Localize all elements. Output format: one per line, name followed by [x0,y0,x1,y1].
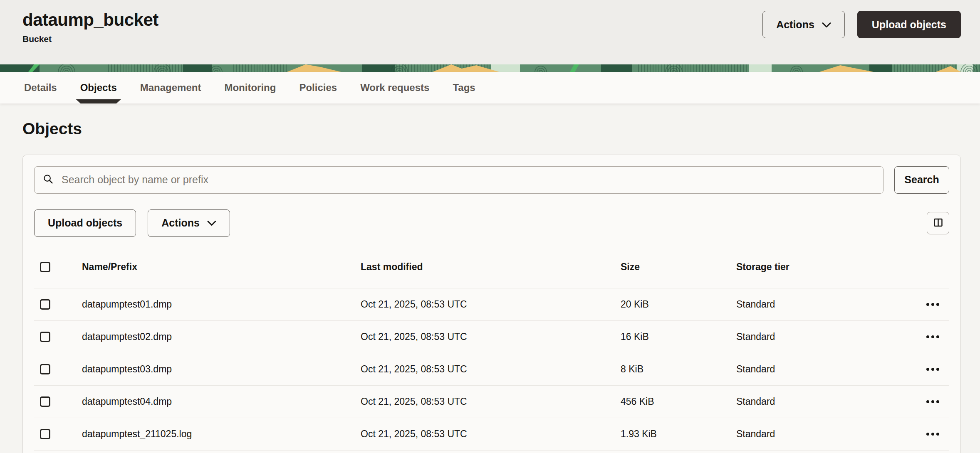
tab-label: Objects [80,82,117,94]
column-settings-button[interactable] [927,212,949,234]
search-input[interactable] [61,173,875,186]
row-checkbox-cell [34,364,82,374]
tab-work-requests[interactable]: Work requests [360,72,429,103]
table-row: datapumptest03.dmp Oct 21, 2025, 08:53 U… [34,353,949,386]
object-storage-tier: Standard [736,428,894,440]
table-row: datapumptest01.dmp Oct 21, 2025, 08:53 U… [34,288,949,321]
row-checkbox-cell [34,396,82,407]
tab-policies[interactable]: Policies [299,72,337,103]
tab-details[interactable]: Details [24,72,57,103]
tab-management[interactable]: Management [140,72,201,103]
select-all-checkbox[interactable] [40,262,50,272]
search-button[interactable]: Search [894,166,949,194]
chevron-down-icon [822,19,831,31]
table-header-row: Name/Prefix Last modified Size Storage t… [34,237,949,288]
header-upload-objects-button[interactable]: Upload objects [857,11,961,38]
tab-tags[interactable]: Tags [453,72,475,103]
tab-label: Tags [453,82,475,94]
row-checkbox-cell [34,332,82,342]
object-name: datapumptest03.dmp [82,364,361,375]
objects-section: Objects Search Upload objects Actions [0,120,980,453]
object-last-modified: Oct 21, 2025, 08:53 UTC [361,364,621,375]
object-storage-tier: Standard [736,299,894,310]
objects-card: Search Upload objects Actions [22,155,961,453]
search-box[interactable] [34,166,883,194]
column-header-size[interactable]: Size [621,261,736,273]
object-last-modified: Oct 21, 2025, 08:53 UTC [361,299,621,310]
header-actions: Actions Upload objects [762,11,961,38]
bucket-title-block: dataump_bucket Bucket [22,8,158,44]
row-actions-menu-button[interactable] [923,298,943,311]
column-header-last-modified[interactable]: Last modified [361,261,621,273]
header-actions-button-label: Actions [776,19,814,31]
toolbar-buttons: Upload objects Actions [34,209,230,237]
actions-button[interactable]: Actions [148,209,230,237]
object-name: datapumptest02.dmp [82,331,361,342]
page-subtitle: Bucket [22,34,158,44]
tab-label: Work requests [360,82,429,94]
object-size: 8 KiB [621,364,736,375]
object-name: datapumptest_211025.log [82,428,361,440]
row-actions-menu-button[interactable] [923,428,943,441]
search-row: Search [34,166,949,194]
row-checkbox[interactable] [40,396,50,407]
ellipsis-icon [926,433,929,436]
row-checkbox-cell [34,429,82,439]
magnifier-icon [42,173,54,187]
row-checkbox[interactable] [40,299,50,310]
tab-label: Details [24,82,57,94]
toolbar-row: Upload objects Actions [34,209,949,237]
objects-table: Name/Prefix Last modified Size Storage t… [34,237,949,451]
object-last-modified: Oct 21, 2025, 08:53 UTC [361,428,621,440]
tab-monitoring[interactable]: Monitoring [224,72,276,103]
object-name: datapumptest04.dmp [82,396,361,407]
column-layout-icon [933,217,944,229]
page-header: dataump_bucket Bucket Actions Upload obj… [0,0,980,64]
header-actions-button[interactable]: Actions [762,11,845,38]
row-menu-cell [923,428,949,441]
table-body: datapumptest01.dmp Oct 21, 2025, 08:53 U… [34,288,949,451]
table-row: datapumptest_211025.log Oct 21, 2025, 08… [34,418,949,451]
row-menu-cell [923,395,949,408]
ellipsis-icon [926,303,929,306]
row-menu-cell [923,298,949,311]
object-storage-tier: Standard [736,396,894,407]
ellipsis-icon [926,335,929,338]
object-last-modified: Oct 21, 2025, 08:53 UTC [361,396,621,407]
table-header-checkbox-cell [34,262,82,272]
table-row: datapumptest04.dmp Oct 21, 2025, 08:53 U… [34,386,949,418]
object-last-modified: Oct 21, 2025, 08:53 UTC [361,331,621,342]
tab-label: Management [140,82,201,94]
row-menu-cell [923,330,949,343]
row-checkbox[interactable] [40,332,50,342]
object-size: 20 KiB [621,299,736,310]
tab-label: Monitoring [224,82,276,94]
actions-button-label: Actions [161,217,200,229]
row-actions-menu-button[interactable] [923,363,943,376]
row-checkbox[interactable] [40,429,50,439]
chevron-down-icon [207,217,216,229]
ellipsis-icon [926,368,929,371]
row-actions-menu-button[interactable] [923,395,943,408]
banner-pattern [0,64,980,72]
tab-bar: Details Objects Management Monitoring Po… [0,72,980,103]
ellipsis-icon [926,400,929,403]
row-checkbox-cell [34,299,82,310]
object-storage-tier: Standard [736,331,894,342]
row-actions-menu-button[interactable] [923,330,943,343]
object-storage-tier: Standard [736,364,894,375]
object-name: datapumptest01.dmp [82,299,361,310]
row-checkbox[interactable] [40,364,50,374]
object-size: 16 KiB [621,331,736,342]
column-header-name[interactable]: Name/Prefix [82,261,361,273]
table-row: datapumptest02.dmp Oct 21, 2025, 08:53 U… [34,321,949,353]
tab-objects[interactable]: Objects [80,72,117,103]
page-title: dataump_bucket [22,11,158,29]
tab-label: Policies [299,82,337,94]
column-header-storage-tier[interactable]: Storage tier [736,261,894,273]
row-menu-cell [923,363,949,376]
object-size: 1.93 KiB [621,428,736,440]
section-heading: Objects [22,120,961,138]
upload-objects-button[interactable]: Upload objects [34,209,136,237]
object-size: 456 KiB [621,396,736,407]
